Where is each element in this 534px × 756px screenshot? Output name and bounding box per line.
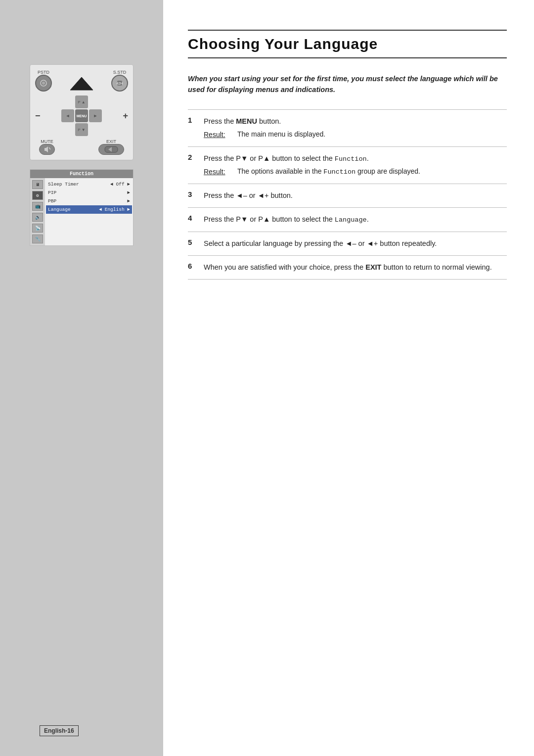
dpad-left: ◄ [61, 109, 74, 122]
step-content-5: Select a particular language by pressing… [204, 232, 507, 255]
main-content: Choosing Your Language When you start us… [163, 0, 534, 756]
page-title: Choosing Your Language [188, 36, 507, 52]
menu-item-pbp: PBP ► [48, 197, 130, 205]
sstd-button: 42H [111, 75, 128, 92]
svg-marker-2 [70, 77, 93, 90]
step-number-5: 5 [188, 232, 204, 255]
step-text-3: Press the ◄– or ◄+ button. [204, 190, 507, 201]
step-row-5: 5 Select a particular language by pressi… [188, 232, 507, 255]
menu-content-column: Sleep Timer ◄ Off ► PIP ► PBP ► Language… [45, 178, 133, 245]
menu-item-pip: PIP ► [48, 189, 130, 197]
menu-screenshot: Function 🖥 ⚙ 📺 🔊 📡 🔧 Sleep Timer ◄ Off ►… [30, 169, 134, 246]
menu-item-language: Language ◄ English ► [46, 205, 132, 214]
language-label: Language [48, 207, 71, 212]
pstd-label: PSTD [35, 70, 52, 75]
step-row-2: 2 Press the P▼ or P▲ button to select th… [188, 146, 507, 184]
menu-icons-column: 🖥 ⚙ 📺 🔊 📡 🔧 [30, 178, 45, 245]
step-content-1: Press the MENU button. Result: The main … [204, 109, 507, 146]
step-text-4: Press the P▼ or P▲ button to select the … [204, 214, 507, 226]
menu-icon-1: 🖥 [32, 180, 43, 189]
dpad-up: P ▲ [75, 95, 88, 108]
step-row-6: 6 When you are satisfied with your choic… [188, 256, 507, 280]
plus-button: + [123, 111, 128, 121]
mute-label: MUTE [39, 139, 55, 144]
step-content-4: Press the P▼ or P▲ button to select the … [204, 208, 507, 232]
remote-control-illustration: PSTD S.STD 42H [30, 64, 134, 160]
pbp-arrow: ► [127, 198, 130, 204]
pbp-label: PBP [48, 198, 56, 204]
page-title-box: Choosing Your Language [188, 30, 507, 58]
dpad-right: ► [89, 109, 102, 122]
steps-table: 1 Press the MENU button. Result: The mai… [188, 109, 507, 280]
step-number-1: 1 [188, 109, 204, 146]
page-number: English-16 [40, 725, 79, 736]
svg-text:42H: 42H [117, 82, 123, 85]
language-value: ◄ English ► [99, 207, 130, 212]
result-text-2: The options available in the Function gr… [237, 166, 507, 178]
result-text-1: The main menu is displayed. [237, 129, 507, 140]
menu-icon-6: 🔧 [32, 235, 43, 243]
step-text-1: Press the MENU button. [204, 116, 507, 127]
sleep-timer-label: Sleep Timer [48, 182, 79, 187]
step-number-4: 4 [188, 208, 204, 232]
step-row-1: 1 Press the MENU button. Result: The mai… [188, 109, 507, 146]
step-content-2: Press the P▼ or P▲ button to select the … [204, 146, 507, 184]
sleep-timer-value: ◄ Off ► [110, 182, 130, 187]
menu-icon-2: ⚙ [32, 191, 43, 200]
mute-button [39, 144, 55, 155]
step-text-6: When you are satisfied with your choice,… [204, 262, 507, 273]
pstd-button [35, 75, 52, 92]
sstd-label: S.STD [111, 70, 128, 75]
intro-paragraph: When you start using your set for the fi… [188, 73, 507, 95]
step-number-3: 3 [188, 184, 204, 208]
menu-item-sleep-timer: Sleep Timer ◄ Off ► [48, 180, 130, 189]
dpad-down: P ▼ [75, 123, 88, 136]
exit-label: EXIT [98, 139, 124, 144]
step-result-1: Result: The main menu is displayed. [204, 129, 507, 140]
exit-button [98, 144, 124, 155]
minus-button: − [35, 111, 41, 121]
svg-marker-5 [44, 146, 48, 152]
menu-title-bar: Function [30, 170, 133, 178]
arrow-indicator [69, 76, 94, 91]
svg-line-6 [49, 147, 50, 149]
step-text-2: Press the P▼ or P▲ button to select the … [204, 153, 507, 165]
step-row-4: 4 Press the P▼ or P▲ button to select th… [188, 208, 507, 232]
menu-icon-3: 📺 [32, 202, 43, 211]
left-sidebar: PSTD S.STD 42H [0, 0, 163, 756]
pip-label: PIP [48, 190, 56, 195]
menu-button: MENU [75, 109, 88, 122]
result-label-1: Result: [204, 129, 237, 140]
result-label-2: Result: [204, 166, 237, 177]
menu-icon-5: 📡 [32, 224, 43, 233]
svg-point-1 [42, 82, 45, 85]
step-number-6: 6 [188, 256, 204, 280]
menu-icon-4: 🔊 [32, 213, 43, 222]
step-text-5: Select a particular language by pressing… [204, 238, 507, 249]
step-content-3: Press the ◄– or ◄+ button. [204, 184, 507, 208]
step-number-2: 2 [188, 146, 204, 184]
pip-arrow: ► [127, 190, 130, 195]
step-row-3: 3 Press the ◄– or ◄+ button. [188, 184, 507, 208]
step-content-6: When you are satisfied with your choice,… [204, 256, 507, 280]
step-result-2: Result: The options available in the Fun… [204, 166, 507, 178]
